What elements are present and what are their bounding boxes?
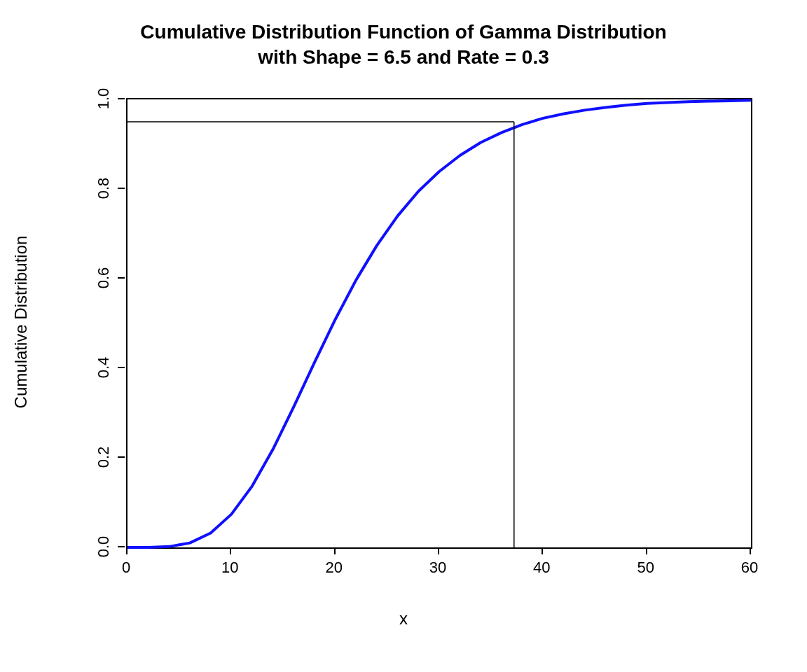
y-tick-label: 0.0 <box>95 526 113 568</box>
x-tick <box>126 547 127 554</box>
x-tick <box>646 547 647 554</box>
plot-svg <box>127 99 751 547</box>
x-tick-label: 40 <box>531 559 552 577</box>
y-tick <box>118 98 125 99</box>
x-tick <box>438 547 439 554</box>
x-tick-label: 30 <box>427 559 448 577</box>
y-tick-label: 0.8 <box>95 167 113 209</box>
chart-title-line1: Cumulative Distribution Function of Gamm… <box>0 21 807 43</box>
reference-quantile-line <box>127 122 514 547</box>
y-tick <box>118 188 125 189</box>
x-tick-label: 20 <box>324 559 345 577</box>
x-tick <box>334 547 336 554</box>
y-tick <box>118 277 125 279</box>
y-tick-label: 0.4 <box>95 346 113 388</box>
x-tick-label: 60 <box>739 559 760 577</box>
x-tick-label: 50 <box>635 559 656 577</box>
x-tick-label: 0 <box>116 559 137 577</box>
x-tick <box>542 547 543 554</box>
y-tick-label: 0.6 <box>95 257 113 299</box>
x-tick <box>230 547 231 554</box>
x-tick-label: 10 <box>219 559 240 577</box>
chart-figure: Cumulative Distribution Function of Gamm… <box>0 0 807 672</box>
chart-title-line2: with Shape = 6.5 and Rate = 0.3 <box>0 46 807 69</box>
x-axis-label: x <box>0 609 807 629</box>
x-tick <box>750 547 751 554</box>
y-tick-label: 0.2 <box>95 436 113 478</box>
y-tick <box>118 367 125 368</box>
gamma-cdf-line <box>127 100 751 547</box>
plot-area <box>126 98 752 549</box>
y-tick <box>118 456 125 458</box>
y-axis-label: Cumulative Distribution <box>11 236 31 409</box>
y-tick <box>118 546 125 547</box>
y-tick-label: 1.0 <box>95 78 113 120</box>
